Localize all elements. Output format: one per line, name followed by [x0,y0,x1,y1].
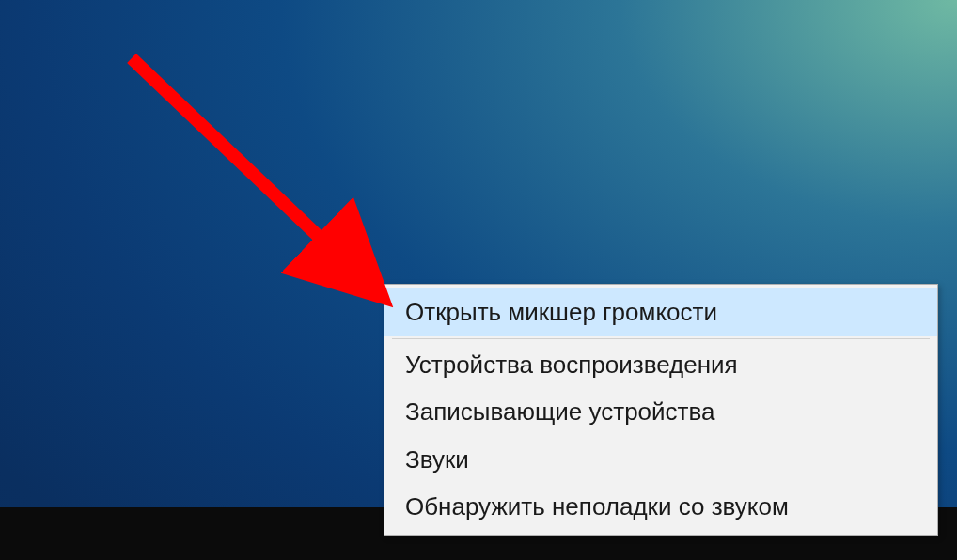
menu-item-troubleshoot-sound[interactable]: Обнаружить неполадки со звуком [384,483,937,531]
menu-separator [392,338,930,339]
menu-item-recording-devices[interactable]: Записывающие устройства [384,388,937,436]
svg-line-1 [132,58,374,289]
menu-item-playback-devices[interactable]: Устройства воспроизведения [384,341,937,389]
desktop-background: Открыть микшер громкости Устройства восп… [0,0,957,560]
menu-item-sounds[interactable]: Звуки [384,436,937,484]
volume-context-menu: Открыть микшер громкости Устройства восп… [384,284,938,536]
menu-item-open-volume-mixer[interactable]: Открыть микшер громкости [384,288,937,336]
